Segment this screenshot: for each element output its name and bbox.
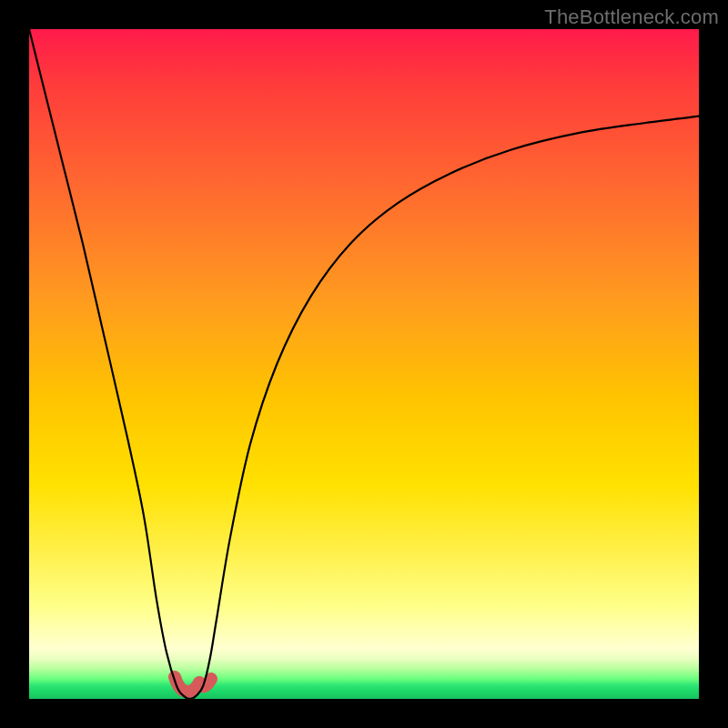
plot-area xyxy=(29,29,699,699)
curve-layer xyxy=(29,29,699,699)
chart-frame: TheBottleneck.com xyxy=(0,0,728,728)
bottleneck-curve xyxy=(29,29,699,699)
watermark-text: TheBottleneck.com xyxy=(544,5,719,29)
